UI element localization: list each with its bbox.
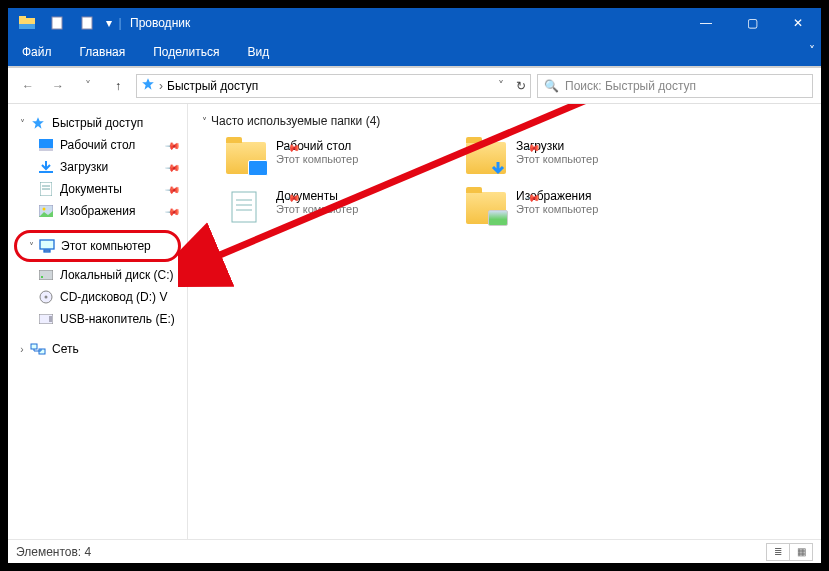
sidebar-item-desktop[interactable]: Рабочий стол 📌 xyxy=(8,134,187,156)
window-controls: — ▢ ✕ xyxy=(683,8,821,38)
nav-forward-button[interactable]: → xyxy=(46,74,70,98)
sidebar-this-pc-label: Этот компьютер xyxy=(61,239,151,253)
minimize-button[interactable]: — xyxy=(683,8,729,38)
window-title: Проводник xyxy=(128,16,683,30)
cd-icon xyxy=(38,289,54,305)
breadcrumb-sep-icon[interactable]: › xyxy=(159,79,163,93)
address-bar[interactable]: › Быстрый доступ ˅ ↻ xyxy=(136,74,531,98)
search-icon: 🔍 xyxy=(544,79,559,93)
svg-marker-5 xyxy=(142,78,154,90)
svg-rect-23 xyxy=(31,344,37,349)
desktop-icon xyxy=(38,137,54,153)
folder-icon xyxy=(464,188,508,228)
svg-point-14 xyxy=(43,208,46,211)
pin-icon: 📌 xyxy=(165,159,181,175)
sidebar-item-cd-drive[interactable]: CD-дисковод (D:) V xyxy=(8,286,187,308)
annotation-highlight: ˅ Этот компьютер xyxy=(14,230,181,262)
chevron-down-icon[interactable]: ˅ xyxy=(202,116,207,127)
search-box[interactable]: 🔍 Поиск: Быстрый доступ xyxy=(537,74,813,98)
status-text: Элементов: 4 xyxy=(16,545,91,559)
svg-rect-25 xyxy=(232,192,256,222)
explorer-body: ˅ Быстрый доступ Рабочий стол 📌 Загрузки… xyxy=(8,104,821,539)
svg-point-20 xyxy=(45,296,48,299)
explorer-window: ▾ | Проводник — ▢ ✕ Файл Главная Поделит… xyxy=(0,0,829,571)
ribbon-tab-home[interactable]: Главная xyxy=(66,38,140,66)
refresh-icon[interactable]: ↻ xyxy=(516,79,526,93)
navigation-pane[interactable]: ˅ Быстрый доступ Рабочий стол 📌 Загрузки… xyxy=(8,104,188,539)
downloads-overlay-icon xyxy=(488,160,508,176)
svg-rect-18 xyxy=(41,276,43,278)
svg-rect-16 xyxy=(44,250,50,252)
sidebar-item-local-disk[interactable]: Локальный диск (C:) xyxy=(8,264,187,286)
nav-recent-button[interactable]: ˅ xyxy=(76,74,100,98)
qat-doc-icon[interactable] xyxy=(42,8,72,38)
section-title: Часто используемые папки (4) xyxy=(211,114,380,128)
folder-tile-downloads[interactable]: Загрузки Этот компьютер 📌 xyxy=(464,138,684,178)
sidebar-item-usb-drive[interactable]: USB-накопитель (E:) xyxy=(8,308,187,330)
maximize-button[interactable]: ▢ xyxy=(729,8,775,38)
computer-icon xyxy=(39,238,55,254)
folder-tile-desktop[interactable]: Рабочий стол Этот компьютер 📌 xyxy=(224,138,444,178)
sidebar-quick-access-label: Быстрый доступ xyxy=(52,116,143,130)
sidebar-item-downloads[interactable]: Загрузки 📌 xyxy=(8,156,187,178)
chevron-down-icon[interactable]: ˅ xyxy=(25,241,37,252)
folder-icon xyxy=(224,138,268,178)
sidebar-item-pictures[interactable]: Изображения 📌 xyxy=(8,200,187,222)
ribbon-tab-view[interactable]: Вид xyxy=(233,38,283,66)
breadcrumb-location[interactable]: Быстрый доступ xyxy=(167,79,258,93)
folder-grid: Рабочий стол Этот компьютер 📌 Загрузки Э… xyxy=(196,138,813,228)
sidebar-item-label: USB-накопитель (E:) xyxy=(60,312,175,326)
quick-access-toolbar: ▾ | xyxy=(8,8,128,38)
view-icons-button[interactable]: ▦ xyxy=(789,543,813,561)
folder-sub: Этот компьютер xyxy=(276,203,358,215)
address-row: ← → ˅ ↑ › Быстрый доступ ˅ ↻ 🔍 Поиск: Бы… xyxy=(8,68,821,104)
sidebar-network[interactable]: › Сеть xyxy=(8,338,187,360)
star-icon xyxy=(30,115,46,131)
sidebar-item-label: CD-дисковод (D:) V xyxy=(60,290,167,304)
nav-up-button[interactable]: ↑ xyxy=(106,74,130,98)
svg-rect-15 xyxy=(40,240,54,249)
folder-icon xyxy=(224,188,268,228)
documents-icon xyxy=(38,181,54,197)
usb-icon xyxy=(38,311,54,327)
svg-rect-22 xyxy=(49,316,52,322)
sidebar-item-label: Изображения xyxy=(60,204,135,218)
folder-sub: Этот компьютер xyxy=(516,153,598,165)
nav-back-button[interactable]: ← xyxy=(16,74,40,98)
ribbon-expand-icon[interactable]: ˅ xyxy=(809,44,815,58)
downloads-icon xyxy=(38,159,54,175)
view-details-button[interactable]: ≣ xyxy=(766,543,790,561)
chevron-right-icon[interactable]: › xyxy=(16,344,28,355)
content-pane[interactable]: ˅ Часто используемые папки (4) Рабочий с… xyxy=(188,104,821,539)
svg-rect-3 xyxy=(52,17,62,29)
qat-doc2-icon[interactable] xyxy=(72,8,102,38)
sidebar-item-label: Локальный диск (C:) xyxy=(60,268,174,282)
titlebar[interactable]: ▾ | Проводник — ▢ ✕ xyxy=(8,8,821,38)
sidebar-quick-access[interactable]: ˅ Быстрый доступ xyxy=(8,112,187,134)
sidebar-this-pc[interactable]: ˅ Этот компьютер xyxy=(17,235,178,257)
qat-dropdown-icon[interactable]: ▾ xyxy=(102,8,116,38)
pin-icon: 📌 xyxy=(165,181,181,197)
close-button[interactable]: ✕ xyxy=(775,8,821,38)
svg-rect-7 xyxy=(39,139,53,148)
ribbon-tab-share[interactable]: Поделиться xyxy=(139,38,233,66)
folder-sub: Этот компьютер xyxy=(516,203,598,215)
chevron-down-icon[interactable]: ˅ xyxy=(16,118,28,129)
address-dropdown-icon[interactable]: ˅ xyxy=(498,79,504,93)
svg-marker-6 xyxy=(32,117,44,129)
pin-icon: 📌 xyxy=(165,203,181,219)
network-icon xyxy=(30,341,46,357)
svg-rect-9 xyxy=(39,171,53,173)
pictures-icon xyxy=(38,203,54,219)
pin-icon: 📌 xyxy=(165,137,181,153)
view-switcher: ≣ ▦ xyxy=(767,543,813,561)
sidebar-item-label: Загрузки xyxy=(60,160,108,174)
ribbon-file-tab[interactable]: Файл xyxy=(8,38,66,66)
sidebar-item-label: Рабочий стол xyxy=(60,138,135,152)
svg-rect-1 xyxy=(19,16,26,19)
drive-icon xyxy=(38,267,54,283)
sidebar-item-documents[interactable]: Документы 📌 xyxy=(8,178,187,200)
qat-sep: | xyxy=(116,8,124,38)
section-header-frequent[interactable]: ˅ Часто используемые папки (4) xyxy=(196,114,813,128)
search-placeholder: Поиск: Быстрый доступ xyxy=(565,79,696,93)
